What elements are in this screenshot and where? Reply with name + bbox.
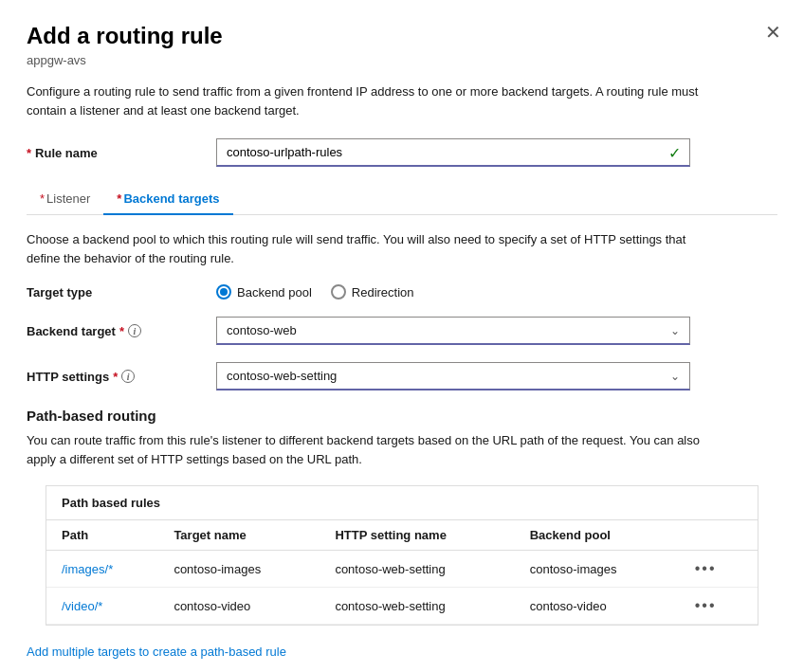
rule-name-label: * Rule name	[27, 146, 216, 160]
path-link-0[interactable]: /images/*	[62, 562, 113, 576]
backend-target-row: Backend target * i contoso-web ⌄	[27, 317, 777, 345]
path-table-title: Path based rules	[46, 486, 758, 520]
http-settings-dropdown[interactable]: contoso-web-setting ⌄	[216, 362, 690, 390]
row-http-setting-0: contoso-web-setting	[320, 551, 514, 588]
radio-redirection-label: Redirection	[352, 285, 414, 300]
panel-description: Configure a routing rule to send traffic…	[27, 82, 709, 119]
backend-target-chevron-icon: ⌄	[670, 324, 680, 337]
path-routing-title: Path-based routing	[27, 408, 777, 424]
path-routing-description: You can route traffic from this rule's l…	[27, 431, 709, 468]
col-header-path: Path	[46, 520, 158, 551]
http-settings-info-icon[interactable]: i	[121, 370, 135, 383]
panel-title: Add a routing rule	[27, 23, 777, 49]
rule-name-input[interactable]	[216, 138, 690, 167]
tab-backend-targets[interactable]: *Backend targets	[103, 184, 232, 215]
col-header-backend-pool: Backend pool	[515, 520, 676, 551]
radio-backend-pool[interactable]: Backend pool	[216, 284, 312, 300]
table-row: /images/* contoso-images contoso-web-set…	[46, 551, 758, 588]
add-path-rule-link[interactable]: Add multiple targets to create a path-ba…	[27, 645, 286, 659]
row-target-name-1: contoso-video	[158, 588, 320, 625]
tab-listener[interactable]: *Listener	[27, 184, 103, 215]
backend-target-dropdown[interactable]: contoso-web ⌄	[216, 317, 690, 345]
col-header-http-setting-name: HTTP setting name	[320, 520, 514, 551]
backend-target-value: contoso-web	[227, 323, 297, 337]
http-settings-row: HTTP settings * i contoso-web-setting ⌄	[27, 362, 777, 390]
radio-redirection[interactable]: Redirection	[331, 284, 414, 300]
rule-name-required: *	[27, 146, 31, 160]
rule-name-input-container: ✓	[216, 138, 690, 167]
col-header-actions	[676, 520, 758, 551]
rule-name-row: * Rule name ✓	[27, 138, 777, 167]
tabs-container: *Listener *Backend targets	[27, 184, 777, 215]
target-type-radio-group: Backend pool Redirection	[216, 284, 414, 300]
row-http-setting-1: contoso-web-setting	[320, 588, 514, 625]
radio-backend-pool-label: Backend pool	[237, 285, 312, 300]
panel-subtitle: appgw-avs	[27, 53, 777, 67]
row-backend-pool-1: contoso-video	[515, 588, 676, 625]
path-based-rules-table: Path Target name HTTP setting name Backe…	[46, 520, 758, 625]
close-button[interactable]: ✕	[761, 19, 785, 45]
row-backend-pool-0: contoso-images	[515, 551, 676, 588]
path-table-container: Path based rules Path Target name HTTP s…	[46, 485, 758, 626]
table-header-row: Path Target name HTTP setting name Backe…	[46, 520, 758, 551]
table-row: /video/* contoso-video contoso-web-setti…	[46, 588, 758, 625]
col-header-target-name: Target name	[158, 520, 320, 551]
http-settings-label: HTTP settings * i	[27, 370, 216, 384]
target-type-row: Target type Backend pool Redirection	[27, 284, 777, 300]
rule-name-check-icon: ✓	[668, 144, 681, 162]
target-type-label: Target type	[27, 285, 216, 300]
row-more-button-0[interactable]: •••	[691, 558, 721, 579]
path-link-1[interactable]: /video/*	[62, 599, 102, 613]
row-actions-0: •••	[676, 551, 758, 588]
row-more-button-1[interactable]: •••	[691, 595, 721, 616]
radio-backend-pool-indicator	[216, 284, 231, 300]
http-settings-chevron-icon: ⌄	[670, 370, 680, 383]
row-target-name-0: contoso-images	[158, 551, 320, 588]
radio-redirection-indicator	[331, 284, 346, 300]
backend-target-info-icon[interactable]: i	[128, 324, 141, 337]
add-routing-rule-panel: ✕ Add a routing rule appgw-avs Configure…	[0, 0, 804, 672]
backend-targets-description: Choose a backend pool to which this rout…	[27, 230, 709, 267]
row-actions-1: •••	[676, 588, 758, 625]
backend-target-label: Backend target * i	[27, 324, 216, 338]
row-path-1: /video/*	[46, 588, 158, 625]
http-settings-value: contoso-web-setting	[227, 369, 337, 383]
row-path-0: /images/*	[46, 551, 158, 588]
